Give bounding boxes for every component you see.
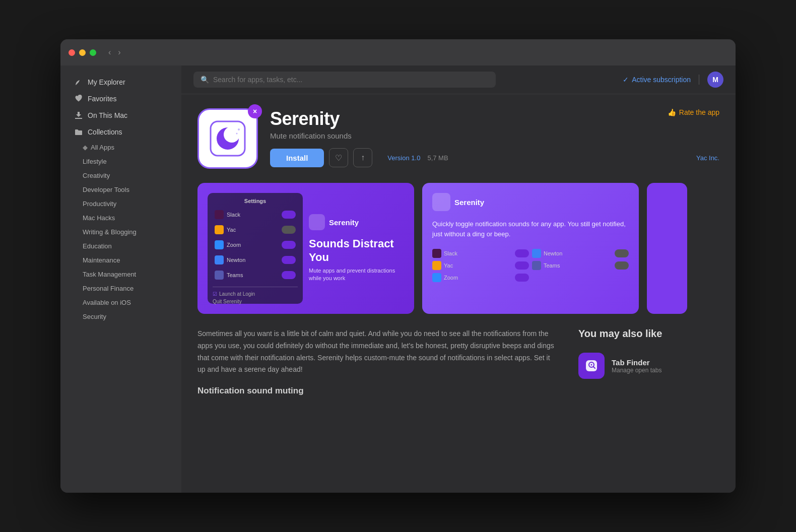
app-meta: Version 1.0 5,7 MB [387,154,448,162]
screenshot-3 [647,183,687,314]
sidebar-item-label: My Explorer [88,78,125,86]
sidebar-item-label: Favorites [88,95,117,103]
search-container[interactable]: 🔍 [193,72,496,88]
sidebar-item-my-explorer[interactable]: My Explorer [64,74,177,90]
sidebar-sub-label: All Apps [91,144,114,151]
sidebar-item-on-this-mac[interactable]: On This Mac [64,107,177,123]
share-button[interactable]: ↑ [353,148,372,167]
app-version: Version 1.0 [387,154,420,162]
favorite-button[interactable]: ♡ [329,148,348,167]
thumbs-up-icon: 👍 [668,108,676,116]
sidebar-item-lifestyle[interactable]: Lifestyle [64,155,177,168]
sidebar-item-available-ios[interactable]: Available on iOS [64,296,177,309]
app-title: Serenity [270,108,719,129]
app-subtitle: Mute notification sounds [270,131,719,140]
avatar[interactable]: M [707,72,723,88]
sidebar-item-creativity[interactable]: Creativity [64,169,177,182]
sidebar: My Explorer Favorites On This Mac Collec… [60,65,181,493]
sidebar-sub-label: Education [83,242,112,250]
sidebar-item-label: On This Mac [88,111,127,119]
sidebar-item-security[interactable]: Security [64,310,177,323]
sidebar-sub-label: Lifestyle [83,158,107,165]
rec-info: Tab Finder Manage open tabs [612,358,719,374]
close-badge[interactable]: × [248,104,262,118]
nav-buttons: ‹ › [106,47,123,58]
sidebar-item-mac-hacks[interactable]: Mac Hacks [64,211,177,225]
sidebar-item-collections[interactable]: Collections [64,124,177,140]
sidebar-item-all-apps[interactable]: ◆ All Apps [64,141,177,154]
back-button[interactable]: ‹ [106,47,113,58]
main-panel: 🔍 ✓ Active subscription M [181,65,736,493]
maximize-button[interactable] [90,49,96,56]
sidebar-item-favorites[interactable]: Favorites [64,91,177,107]
checkmark-icon: ✓ [623,76,629,84]
sidebar-item-productivity[interactable]: Productivity [64,197,177,211]
heart-icon [75,95,83,103]
download-icon [75,111,83,119]
rate-app-button[interactable]: 👍 Rate the app [668,108,719,116]
app-size: 5,7 MB [427,154,448,162]
svg-point-4 [238,128,240,130]
sidebar-sub-label: Developer Tools [83,186,129,193]
app-icon-svg [208,118,248,159]
sidebar-sub-label: Mac Hacks [83,214,115,222]
active-subscription-label: Active subscription [632,76,691,84]
sidebar-item-developer-tools[interactable]: Developer Tools [64,183,177,196]
ss2-grid: Slack Newton Yac Teams Zoom [432,249,629,282]
ss1-headline: Sounds Distract You [309,237,404,264]
developer-link[interactable]: Yac Inc. [696,154,719,162]
rec-icon [578,353,605,379]
sidebar-sub-label: Productivity [83,200,116,208]
sidebar-item-label: Collections [88,128,122,136]
forward-button[interactable]: › [116,47,122,58]
desc-main: Sometimes all you want is a little bit o… [197,328,558,396]
topbar-divider [699,75,699,85]
svg-point-5 [236,133,238,135]
sidebar-item-personal-finance[interactable]: Personal Finance [64,282,177,295]
app-actions: Install ♡ ↑ Version 1.0 5,7 MB Yac Inc. [270,148,719,167]
app-icon [197,108,258,169]
topbar-right: ✓ Active subscription M [623,72,723,88]
search-icon: 🔍 [201,76,209,84]
content-area: My Explorer Favorites On This Mac Collec… [60,65,736,493]
topbar: 🔍 ✓ Active subscription M [181,65,736,94]
svg-point-8 [591,364,592,366]
install-button[interactable]: Install [270,149,324,167]
ss1-left: Settings Slack Yac Zoom Newton Teams [208,193,303,304]
active-subscription[interactable]: ✓ Active subscription [623,76,691,84]
main-content: × Serenity Mute notification sounds Inst… [181,94,736,493]
sidebar-item-maintenance[interactable]: Maintenance [64,253,177,267]
screenshot-1: Settings Slack Yac Zoom Newton Teams [197,183,414,314]
sidebar-sub-label: Writing & Blogging [83,228,137,236]
app-icon-wrapper: × [197,108,258,169]
ss1-right: Serenity Sounds Distract You Mute apps a… [309,193,404,304]
sidebar-sub-label: Task Management [83,271,136,278]
app-info: Serenity Mute notification sounds Instal… [270,108,719,167]
sidebar-sub-label: Creativity [83,172,110,179]
recommendations-panel: You may also like [578,328,719,396]
rec-name: Tab Finder [612,358,719,367]
recommendation-item[interactable]: Tab Finder Manage open tabs [578,348,719,384]
close-button[interactable] [69,49,75,56]
search-input[interactable] [213,76,489,84]
sidebar-sub-label: Personal Finance [83,285,134,292]
ss2-desc: Quickly toggle notification sounds for a… [432,219,629,239]
sidebar-sub-label: Maintenance [83,256,120,264]
sidebar-sub-label: Available on iOS [83,299,131,306]
minimize-button[interactable] [79,49,86,56]
recommendations-title: You may also like [578,328,719,340]
ss1-tagline: Mute apps and prevent distractions while… [309,267,404,283]
sidebar-item-task-management[interactable]: Task Management [64,268,177,281]
rate-app-label: Rate the app [679,108,719,116]
app-description: Sometimes all you want is a little bit o… [197,328,558,376]
screenshots-row: Settings Slack Yac Zoom Newton Teams [197,183,719,314]
sidebar-item-writing-blogging[interactable]: Writing & Blogging [64,225,177,239]
sidebar-item-education[interactable]: Education [64,239,177,253]
section-title: Notification sound muting [197,386,558,396]
app-header: × Serenity Mute notification sounds Inst… [197,108,719,169]
svg-point-3 [224,126,240,143]
screenshot-2: Serenity Quickly toggle notification sou… [422,183,639,314]
titlebar: ‹ › [60,39,736,65]
ss2-title: Serenity [454,198,484,207]
description-section: Sometimes all you want is a little bit o… [197,328,719,396]
